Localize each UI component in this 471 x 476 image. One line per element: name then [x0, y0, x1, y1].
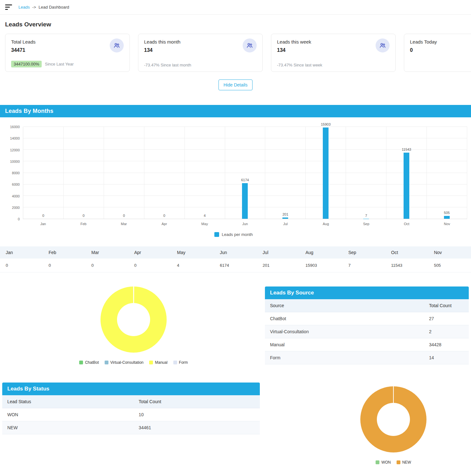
table-row: WON10	[2, 408, 260, 421]
stat-card-leads-today: Leads Today 0	[404, 34, 471, 72]
breadcrumb-separator: ->	[32, 5, 36, 10]
months-table-header-cell: Sep	[343, 246, 385, 259]
table-cell: 2	[424, 325, 469, 338]
x-axis-label-feb: Feb	[63, 219, 104, 226]
bar-value-label: 505	[444, 211, 450, 215]
y-axis: 0200040006000800010000120001400016000	[0, 127, 23, 219]
months-table-value-cell: 0	[128, 259, 171, 272]
legend-item-new: NEW	[397, 460, 411, 465]
y-tick-label: 12000	[10, 148, 20, 152]
page-title: Leads Overview	[3, 21, 468, 28]
bar-column-may: 4	[185, 127, 225, 219]
bar-value-label: 201	[282, 212, 288, 216]
x-axis-label-aug: Aug	[306, 219, 346, 226]
donut-hole	[117, 303, 150, 336]
y-tick-label: 10000	[10, 160, 20, 163]
leads-by-source-donut-block: ChatBotVirtual-ConsultationManualForm	[79, 286, 188, 365]
legend-swatch-icon	[376, 460, 379, 464]
months-table-value-cell: 4	[171, 259, 214, 272]
table-cell: WON	[2, 408, 134, 421]
legend-swatch-icon	[105, 361, 108, 364]
breadcrumb-leads-link[interactable]: Leads	[18, 5, 30, 10]
table-row: Manual34428	[265, 338, 469, 351]
months-table-value-cell: 201	[257, 259, 300, 272]
x-axis-label-jul: Jul	[265, 219, 306, 226]
months-table-value-cell: 15903	[300, 259, 343, 272]
x-axis: JanFebMarAprMayJunJulAugSepOctNov	[23, 219, 467, 226]
y-tick-label: 8000	[12, 171, 20, 175]
stat-card-leads-this-week: Leads this week 134 -73.47% Since last w…	[271, 34, 396, 72]
months-table-header-cell: Feb	[43, 246, 86, 259]
table-cell: ChatBot	[265, 312, 424, 325]
months-table-value-cell: 0	[86, 259, 128, 272]
y-tick-label: 2000	[12, 206, 20, 210]
table-cell: 27	[424, 312, 469, 325]
bar-column-mar: 0	[104, 127, 144, 219]
leads-by-source-donut-chart	[100, 286, 167, 353]
bar-value-label: 11543	[402, 148, 411, 151]
y-tick-label: 6000	[12, 183, 20, 186]
table-row: NEW34461	[2, 421, 260, 434]
table-header-row: Lead Status Total Count	[2, 395, 260, 408]
table-cell: Form	[265, 351, 424, 364]
column-header: Total Count	[424, 299, 469, 312]
bar-aug	[323, 128, 329, 219]
x-axis-label-jun: Jun	[225, 219, 265, 226]
table-cell: 34428	[424, 338, 469, 351]
x-axis-label-oct: Oct	[386, 219, 427, 226]
months-table-header-cell: Jan	[0, 246, 43, 259]
table-cell: 34461	[134, 421, 260, 434]
bar-plot-area: 00004617420115903711543505	[23, 127, 467, 219]
hide-details-button[interactable]: Hide Details	[218, 79, 253, 90]
leads-by-months-chart: 0200040006000800010000120001400016000 00…	[0, 117, 471, 237]
leads-by-status-panel: Leads By Status Lead Status Total Count …	[2, 383, 260, 465]
y-tick-label: 4000	[12, 194, 20, 198]
legend-item-chatbot: ChatBot	[79, 360, 99, 365]
months-table-value-cell: 7	[343, 259, 385, 272]
leads-by-status-table: Lead Status Total Count WON10NEW34461	[2, 395, 260, 434]
months-table-value-cell: 505	[428, 259, 471, 272]
table-row: Virtual-Consultation2	[265, 325, 469, 338]
bar-value-label: 0	[42, 214, 44, 217]
table-row: Form14	[265, 351, 469, 364]
x-axis-label-jan: Jan	[23, 219, 63, 226]
column-header: Source	[265, 299, 424, 312]
column-header: Lead Status	[2, 395, 134, 408]
table-row: ChatBot27	[265, 312, 469, 325]
stat-cards-row: Total Leads 34471 3447100.00% Since Last…	[3, 34, 468, 72]
table-cell: Manual	[265, 338, 424, 351]
bar-column-jul: 201	[265, 127, 306, 219]
people-icon	[110, 38, 124, 52]
chart-legend: Leads per month	[0, 232, 467, 237]
months-table-header-cell: Apr	[128, 246, 171, 259]
bar-column-aug: 15903	[306, 127, 346, 219]
menu-icon[interactable]	[5, 4, 12, 10]
leads-by-months-header: Leads By Months	[0, 105, 471, 117]
months-table-value-cell: 6174	[214, 259, 257, 272]
x-axis-label-may: May	[184, 219, 225, 226]
people-icon	[376, 38, 390, 52]
months-summary-table: JanFebMarAprMayJunJulAugSepOctNov 000046…	[0, 246, 471, 272]
percent-badge: 3447100.00%	[11, 61, 42, 67]
bar-column-feb: 0	[64, 127, 104, 219]
y-tick-label: 14000	[10, 136, 20, 140]
legend-item-manual: Manual	[149, 360, 167, 365]
months-table-header-cell: Mar	[86, 246, 128, 259]
stat-card-total-leads: Total Leads 34471 3447100.00% Since Last…	[5, 34, 130, 72]
bar-column-jun: 6174	[225, 127, 266, 219]
top-bar: Leads -> Lead Dashboard	[0, 0, 471, 15]
bar-value-label: 7	[365, 214, 367, 217]
stat-card-value: 134	[277, 47, 390, 53]
x-axis-label-mar: Mar	[104, 219, 144, 226]
months-table-header-cell: May	[171, 246, 214, 259]
months-table-header-cell: Jul	[257, 246, 300, 259]
leads-by-status-donut-legend: WONNEW	[376, 460, 411, 465]
legend-swatch-icon	[173, 361, 177, 364]
breadcrumb: Leads -> Lead Dashboard	[18, 5, 69, 10]
bar-oct	[404, 153, 409, 219]
months-table-values-row: 00004617420115903711543505	[0, 259, 471, 272]
stat-card-subtext: Since Last Year	[45, 62, 73, 66]
stat-card-subtext: -73.47% Since last week	[277, 63, 322, 67]
table-cell: 10	[134, 408, 260, 421]
y-tick-label: 0	[18, 217, 20, 221]
